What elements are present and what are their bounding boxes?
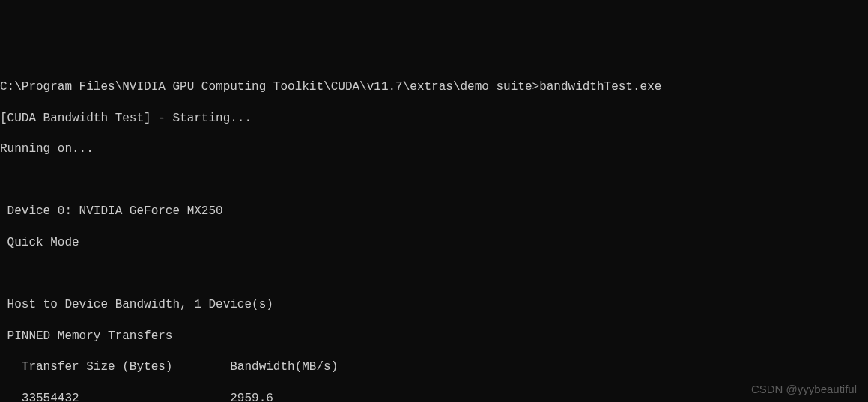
blank-line	[0, 173, 868, 189]
table-header: Transfer Size (Bytes) Bandwidth(MB/s)	[0, 359, 868, 375]
terminal-output: C:\Program Files\NVIDIA GPU Computing To…	[0, 64, 868, 402]
command-text: bandwidthTest.exe	[539, 80, 661, 94]
prompt-path: C:\Program Files\NVIDIA GPU Computing To…	[0, 80, 539, 94]
mode-info: Quick Mode	[0, 235, 868, 251]
watermark-text: CSDN @yyybeautiful	[751, 382, 857, 397]
memory-type: PINNED Memory Transfers	[0, 329, 868, 344]
command-prompt-line[interactable]: C:\Program Files\NVIDIA GPU Computing To…	[0, 79, 868, 95]
blank-line	[0, 267, 868, 282]
table-row: 33554432 2959.6	[0, 391, 868, 402]
section-title: Host to Device Bandwidth, 1 Device(s)	[0, 297, 868, 313]
device-info: Device 0: NVIDIA GeForce MX250	[0, 204, 868, 219]
test-title: [CUDA Bandwidth Test] - Starting...	[0, 111, 868, 127]
running-text: Running on...	[0, 141, 868, 157]
